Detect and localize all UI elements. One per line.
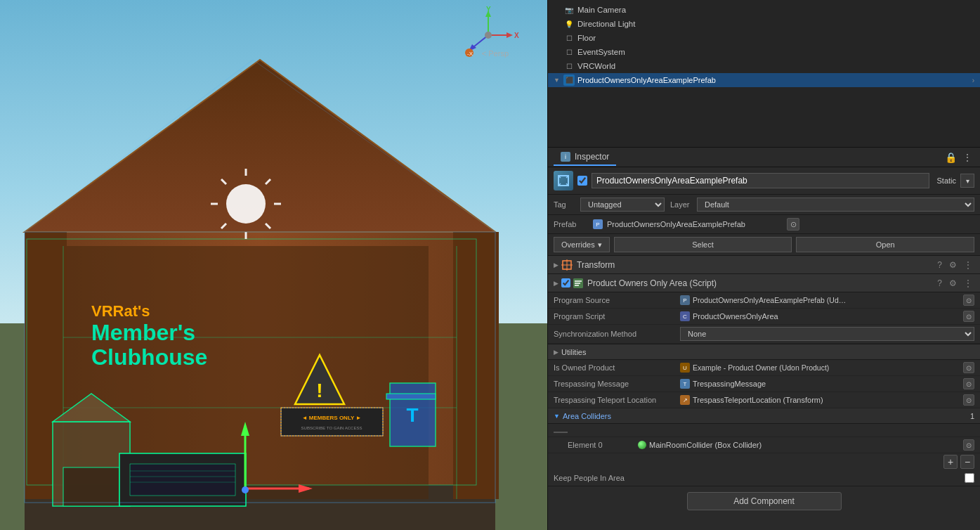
- script-more-icon[interactable]: ⋮: [962, 278, 974, 288]
- teleport-loc-icon: ↗: [680, 395, 690, 405]
- svg-text:◄ MEMBERS ONLY ►: ◄ MEMBERS ONLY ►: [302, 415, 362, 421]
- teleport-loc-row: Trespassing Teleport Location ↗ Trespass…: [548, 392, 980, 408]
- expand-arrow-icon: ▼: [554, 77, 562, 84]
- teleport-loc-value-row: ↗ TrespassTeleportLocation (Transform) ⊙: [680, 394, 974, 406]
- element-0-link-btn[interactable]: ⊙: [963, 439, 974, 451]
- program-source-value-row: P ProductOwnersOnlyAreaExamplePrefab (Ud…: [680, 295, 974, 306]
- trespassing-msg-row: Trespassing Message T TrespassingMessage…: [548, 376, 980, 392]
- hierarchy-item-floor[interactable]: ☐ Floor: [548, 31, 980, 45]
- scene-viewport-svg: ! ◄ MEMBERS ONLY ► SUBSCRIBE TO GAIN ACC…: [0, 0, 547, 530]
- vr-rat-text: VRRat's: [91, 302, 207, 321]
- program-source-icon: P: [680, 295, 690, 305]
- add-element-button[interactable]: +: [943, 455, 958, 469]
- hierarchy-item-main-camera[interactable]: 📷 Main Camera: [548, 3, 980, 17]
- svg-rect-24: [281, 408, 383, 436]
- object-type-icon: [554, 171, 573, 190]
- transform-settings-icon[interactable]: ⚙: [947, 260, 959, 270]
- static-label: Static: [936, 176, 956, 185]
- object-header: Static ▾: [548, 167, 980, 195]
- svg-point-35: [242, 486, 249, 493]
- program-source-label: Program Source: [554, 296, 680, 304]
- add-remove-row: + −: [548, 453, 980, 470]
- inspector-tab[interactable]: i Inspector: [554, 149, 616, 166]
- overrides-arrow-icon: ▾: [598, 240, 602, 250]
- prefab-expand-arrow: ›: [972, 77, 974, 84]
- dash-icon: [554, 432, 568, 433]
- overrides-row: Overrides ▾ Select Open: [548, 234, 980, 256]
- script-settings-icon[interactable]: ⚙: [947, 278, 959, 288]
- green-sphere-icon: [638, 441, 646, 449]
- script-icon: [573, 278, 583, 288]
- object-icon: ☐: [563, 32, 575, 44]
- program-script-value: ProductOwnersOnlyArea: [693, 312, 960, 321]
- script-component-header[interactable]: ▶ Product Owners Only Area (Script) ? ⚙ …: [548, 274, 980, 292]
- hierarchy-item-vrcworld[interactable]: ☐ VRCWorld: [548, 59, 980, 73]
- utilities-title: Utilities: [561, 348, 586, 356]
- tag-layer-row: Tag Untagged Layer Default: [548, 195, 980, 215]
- add-component-row: Add Component: [548, 486, 980, 516]
- teleport-loc-value: TrespassTeleportLocation (Transform): [693, 396, 960, 404]
- transform-actions: ? ⚙ ⋮: [935, 260, 974, 270]
- transform-component-header[interactable]: ▶ Transform ? ⚙ ⋮: [548, 256, 980, 274]
- layer-label: Layer: [670, 200, 691, 209]
- inspector-panel: i Inspector 🔒 ⋮ Static ▾: [548, 148, 980, 530]
- more-options-icon[interactable]: ⋮: [960, 150, 974, 164]
- script-title: Product Owners Only Area (Script): [587, 278, 935, 288]
- area-colliders-header[interactable]: ▼ Area Colliders 1: [548, 408, 980, 424]
- object-name-input[interactable]: [592, 173, 929, 188]
- inspector-tab-bar: i Inspector 🔒 ⋮: [548, 148, 980, 167]
- program-script-icon: C: [680, 311, 690, 321]
- hierarchy-item-eventsystem[interactable]: ☐ EventSystem: [548, 45, 980, 59]
- overrides-button[interactable]: Overrides ▾: [554, 237, 610, 252]
- prefab-label: Prefab: [554, 220, 589, 228]
- members-text: Member's Clubhouse: [91, 321, 207, 370]
- script-help-icon[interactable]: ?: [935, 278, 944, 288]
- open-button[interactable]: Open: [796, 237, 974, 252]
- is-owned-link-btn[interactable]: ⊙: [963, 362, 974, 373]
- remove-element-button[interactable]: −: [960, 455, 974, 469]
- tag-dropdown[interactable]: Untagged: [580, 198, 665, 212]
- utilities-header[interactable]: ▶ Utilities: [548, 344, 980, 360]
- lock-icon[interactable]: 🔒: [943, 150, 958, 164]
- trespassing-msg-value-row: T TrespassingMessage ⊙: [680, 378, 974, 389]
- sync-method-row: Synchronization Method None: [548, 325, 980, 344]
- trespassing-msg-value: TrespassingMessage: [693, 380, 960, 388]
- overrides-btn-label: Overrides: [561, 240, 595, 249]
- sync-method-dropdown[interactable]: None: [680, 327, 974, 341]
- teleport-loc-link-btn[interactable]: ⊙: [963, 394, 974, 406]
- viewport-panel: ! ◄ MEMBERS ONLY ► SUBSCRIBE TO GAIN ACC…: [0, 0, 547, 530]
- trespassing-msg-link-btn[interactable]: ⊙: [963, 378, 974, 389]
- svg-text:T: T: [406, 404, 418, 426]
- separator-row: [548, 424, 980, 437]
- keep-people-label: Keep People In Area: [554, 474, 965, 482]
- prefab-name: ProductOwnersOnlyAreaExamplePrefab: [607, 220, 783, 228]
- svg-text:Y: Y: [486, 6, 491, 13]
- script-active-checkbox[interactable]: [561, 278, 570, 287]
- hierarchy-item-prefab[interactable]: ▼ ⬛ ProductOwnersOnlyAreaExamplePrefab ›: [548, 73, 980, 87]
- program-script-link-btn[interactable]: ⊙: [963, 311, 974, 322]
- inspector-scroll[interactable]: Static ▾ Tag Untagged Layer Default: [548, 167, 980, 530]
- program-script-label: Program Script: [554, 312, 680, 321]
- svg-text:SUBSCRIBE TO GAIN ACCESS: SUBSCRIBE TO GAIN ACCESS: [301, 426, 362, 430]
- transform-more-icon[interactable]: ⋮: [962, 260, 974, 270]
- program-source-link-btn[interactable]: ⊙: [963, 295, 974, 306]
- utilities-expand-icon: ▶: [554, 349, 558, 356]
- program-source-value: ProductOwnersOnlyAreaExamplePrefab (Udon…: [693, 296, 847, 304]
- hierarchy-item-directional-light[interactable]: 💡 Directional Light: [548, 17, 980, 31]
- add-component-button[interactable]: Add Component: [687, 492, 842, 510]
- object-active-checkbox[interactable]: [577, 176, 587, 186]
- prefab-link-btn[interactable]: ⊙: [787, 218, 799, 231]
- select-button[interactable]: Select: [614, 237, 792, 252]
- static-dropdown-arrow[interactable]: ▾: [960, 174, 974, 188]
- is-owned-product-row: Is Owned Product U Example - Product Own…: [548, 360, 980, 376]
- svg-rect-18: [130, 464, 235, 496]
- area-colliders-expand-icon: ▼: [554, 413, 560, 420]
- program-script-value-row: C ProductOwnersOnlyArea ⊙: [680, 311, 974, 322]
- keep-people-checkbox[interactable]: [965, 473, 974, 483]
- transform-help-icon[interactable]: ?: [935, 260, 944, 270]
- teleport-loc-label: Trespassing Teleport Location: [554, 396, 680, 404]
- element-0-value-row: MainRoomCollider (Box Collider): [638, 441, 963, 449]
- layer-dropdown[interactable]: Default: [697, 198, 974, 212]
- prefab-cube-icon: ⬛: [563, 75, 575, 86]
- is-owned-value-row: U Example - Product Owner (Udon Product)…: [680, 362, 974, 373]
